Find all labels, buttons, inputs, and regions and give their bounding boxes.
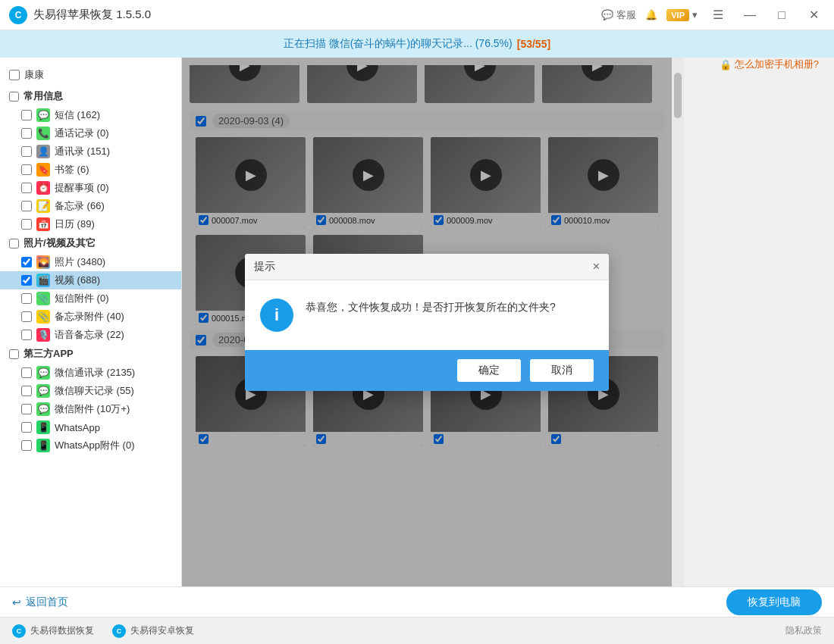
confirm-button[interactable]: 确定: [457, 359, 521, 382]
maximize-button[interactable]: □: [770, 4, 793, 27]
whatsapp-label: WhatsApp: [55, 422, 100, 433]
contacts-icon: 👤: [36, 145, 50, 158]
root-checkbox[interactable]: [9, 70, 20, 80]
chevron-down-icon: ▾: [692, 9, 698, 20]
success-modal: 提示 × i 恭喜您，文件恢复成功！是否打开恢复所在的文件夹? 确定 取消: [245, 254, 609, 391]
sidebar-item-calendar[interactable]: 📅 日历 (89): [0, 215, 181, 233]
content-area: ▶ 000007.mov ▶: [182, 58, 672, 586]
bottom-bar: ↩ 返回首页 恢复到电脑: [0, 586, 834, 617]
bookmarks-checkbox[interactable]: [21, 164, 32, 175]
voice-checkbox[interactable]: [21, 330, 32, 340]
footer-logo-2: C: [112, 624, 126, 638]
photos-checkbox[interactable]: [21, 257, 32, 267]
menu-button[interactable]: ☰: [707, 4, 729, 27]
close-button[interactable]: ✕: [802, 4, 825, 27]
titlebar-right: 💬 客服 🔔 VIP ▾ ☰ — □ ✕: [601, 4, 825, 27]
section-media-checkbox[interactable]: [9, 239, 19, 249]
sidebar: 康康 常用信息 💬 短信 (162) 📞 通话记录 (0) 👤 通讯录 (151…: [0, 58, 182, 586]
section-common-checkbox[interactable]: [9, 92, 19, 102]
sidebar-item-voice[interactable]: 🎙️ 语音备忘录 (22): [0, 326, 181, 344]
wechat-icon: 💬: [36, 366, 50, 380]
sidebar-item-sms-att[interactable]: 📎 短信附件 (0): [0, 289, 181, 308]
calls-label: 通话记录 (0): [55, 127, 109, 140]
privacy-link[interactable]: 隐私政策: [785, 624, 822, 637]
sms-att-icon: 📎: [36, 292, 50, 305]
sidebar-item-reminders[interactable]: ⏰ 提醒事项 (0): [0, 179, 181, 197]
sidebar-item-note-att[interactable]: 📎 备忘录附件 (40): [0, 308, 181, 326]
whatsapp-icon: 📱: [36, 420, 50, 434]
footer-item-data-recovery[interactable]: C 失易得数据恢复: [12, 624, 94, 638]
bookmarks-label: 书签 (6): [55, 163, 89, 177]
back-button[interactable]: ↩ 返回首页: [12, 596, 68, 609]
info-icon: i: [260, 299, 293, 332]
sidebar-item-sms[interactable]: 💬 短信 (162): [0, 106, 181, 124]
video-icon: 🎬: [36, 274, 50, 287]
sidebar-item-videos[interactable]: 🎬 视频 (688): [0, 271, 181, 289]
section-header-media: 照片/视频及其它: [0, 233, 181, 253]
encrypt-hint[interactable]: 🔒 怎么加密手机相册?: [720, 58, 819, 71]
sidebar-item-bookmarks[interactable]: 🔖 书签 (6): [0, 161, 181, 179]
modal-close-button[interactable]: ×: [593, 260, 600, 274]
wechat-contacts-checkbox[interactable]: [21, 367, 32, 378]
progress-count: [53/55]: [517, 38, 550, 50]
note-att-icon: 📎: [36, 310, 50, 324]
customer-service-button[interactable]: 💬 客服: [601, 8, 636, 22]
contacts-checkbox[interactable]: [21, 146, 32, 157]
section-common-label: 常用信息: [24, 89, 63, 103]
notes-checkbox[interactable]: [21, 201, 32, 211]
progress-text: 正在扫描 微信(奋斗的蜗牛)的聊天记录... (76.5%): [284, 37, 513, 51]
whatsapp-checkbox[interactable]: [21, 422, 32, 433]
titlebar: C 失易得苹果恢复 1.5.5.0 💬 客服 🔔 VIP ▾ ☰ — □ ✕: [0, 0, 834, 30]
scrollbar-thumb[interactable]: [674, 73, 682, 118]
bell-icon: 🔔: [645, 9, 657, 20]
app-title: 失易得苹果恢复 1.5.5.0: [33, 8, 601, 22]
scrollbar[interactable]: [672, 58, 684, 586]
minimize-button[interactable]: —: [738, 4, 761, 27]
modal-titlebar: 提示 ×: [245, 254, 609, 280]
sms-icon: 💬: [36, 108, 50, 122]
sms-checkbox[interactable]: [21, 110, 32, 120]
sidebar-item-whatsapp[interactable]: 📱 WhatsApp: [0, 418, 181, 436]
notification-button[interactable]: 🔔: [645, 9, 657, 20]
videos-label: 视频 (688): [55, 274, 100, 287]
sidebar-item-photos[interactable]: 🌄 照片 (3480): [0, 253, 181, 271]
calls-checkbox[interactable]: [21, 128, 32, 139]
footer-logo-1: C: [12, 624, 26, 638]
videos-checkbox[interactable]: [21, 275, 32, 286]
sidebar-item-wechat-contacts[interactable]: 💬 微信通讯录 (2135): [0, 364, 181, 382]
sidebar-item-wechat-chat[interactable]: 💬 微信聊天记录 (55): [0, 382, 181, 400]
section-header-thirdparty: 第三方APP: [0, 344, 181, 364]
modal-message: 恭喜您，文件恢复成功！是否打开恢复所在的文件夹?: [306, 299, 594, 315]
note-att-label: 备忘录附件 (40): [55, 310, 124, 324]
whatsapp-att-checkbox[interactable]: [21, 440, 32, 451]
sidebar-item-notes[interactable]: 📝 备忘录 (66): [0, 197, 181, 215]
voice-label: 语音备忘录 (22): [55, 328, 124, 342]
chat-icon: 💬: [601, 9, 613, 20]
sidebar-item-wechat-att[interactable]: 💬 微信附件 (10万+): [0, 400, 181, 418]
recover-button[interactable]: 恢复到电脑: [726, 589, 822, 615]
contacts-label: 通讯录 (151): [55, 145, 110, 158]
footer-item-android-recovery[interactable]: C 失易得安卓恢复: [112, 624, 194, 638]
sidebar-item-whatsapp-att[interactable]: 📱 WhatsApp附件 (0): [0, 436, 181, 455]
lock-icon: 🔒: [720, 59, 732, 70]
calendar-checkbox[interactable]: [21, 219, 32, 230]
cancel-button[interactable]: 取消: [530, 359, 594, 382]
sidebar-root[interactable]: 康康: [0, 64, 181, 86]
modal-overlay: 提示 × i 恭喜您，文件恢复成功！是否打开恢复所在的文件夹? 确定 取消: [182, 58, 672, 586]
section-third-checkbox[interactable]: [9, 349, 19, 359]
app-logo: C: [9, 6, 27, 24]
modal-title: 提示: [254, 260, 275, 274]
vip-button[interactable]: VIP ▾: [666, 9, 698, 21]
sms-att-checkbox[interactable]: [21, 293, 32, 304]
vip-badge: VIP: [666, 9, 689, 21]
back-label: 返回首页: [26, 596, 68, 609]
wechat-att-label: 微信附件 (10万+): [55, 402, 130, 416]
note-att-checkbox[interactable]: [21, 311, 32, 322]
wechat-chat-checkbox[interactable]: [21, 386, 32, 396]
wechat-att-checkbox[interactable]: [21, 404, 32, 414]
reminders-label: 提醒事项 (0): [55, 181, 109, 195]
sidebar-item-contacts[interactable]: 👤 通讯录 (151): [0, 142, 181, 161]
sidebar-item-calls[interactable]: 📞 通话记录 (0): [0, 124, 181, 142]
reminders-checkbox[interactable]: [21, 183, 32, 193]
modal-footer: 确定 取消: [245, 350, 609, 391]
